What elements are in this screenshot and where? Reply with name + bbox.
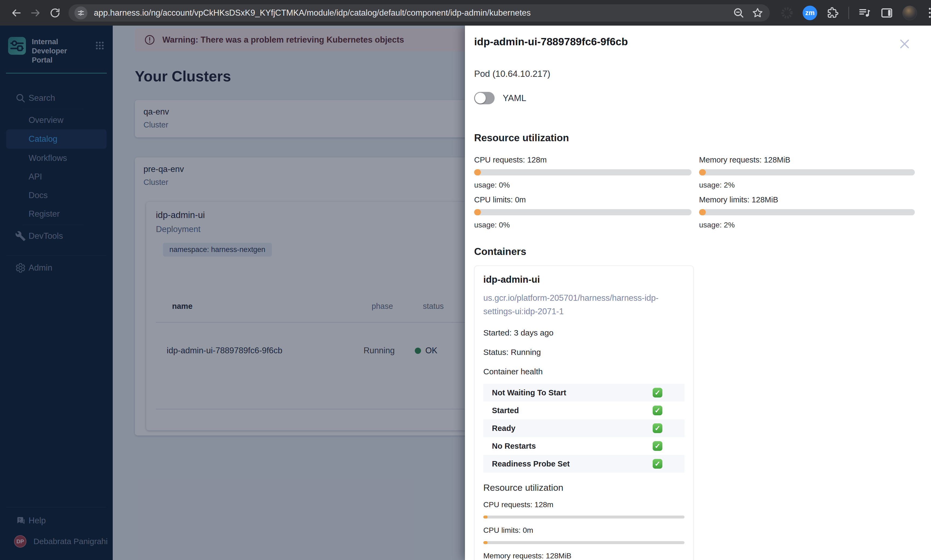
containers-heading: Containers xyxy=(474,246,915,257)
health-row: Started ✓ xyxy=(483,402,684,419)
meter-cpu-limits: CPU limits: 0m usage: 0% xyxy=(474,195,692,235)
health-row: Not Waiting To Start ✓ xyxy=(483,384,684,402)
browser-menu-kebab-icon[interactable] xyxy=(926,8,931,18)
browser-toolbar: app.harness.io/ng/account/vpCkHKsDSxK9_K… xyxy=(0,0,931,26)
container-name: idp-admin-ui xyxy=(483,274,684,285)
close-icon[interactable] xyxy=(897,36,912,51)
reload-icon xyxy=(49,7,61,19)
check-icon: ✓ xyxy=(653,423,662,433)
spinner-extension-icon[interactable] xyxy=(780,6,794,19)
pod-subtitle: Pod (10.64.10.217) xyxy=(474,69,915,79)
container-health-list: Not Waiting To Start ✓ Started ✓ Ready ✓… xyxy=(483,384,684,473)
drawer-title: idp-admin-ui-7889789fc6-9f6cb xyxy=(474,36,628,48)
meter-memory-limits: Memory limits: 128MiB usage: 2% xyxy=(699,195,915,235)
browser-extensions-area: zm xyxy=(780,6,931,20)
container-image: us.gcr.io/platform-205701/harness/harnes… xyxy=(483,291,680,318)
progress-bar xyxy=(699,169,915,175)
media-playlist-icon[interactable] xyxy=(858,6,871,19)
yaml-toggle-switch[interactable] xyxy=(474,92,495,104)
address-bar[interactable]: app.harness.io/ng/account/vpCkHKsDSxK9_K… xyxy=(68,4,770,22)
container-status: Status: Running xyxy=(483,348,684,357)
container-health-heading: Container health xyxy=(483,367,684,376)
check-icon: ✓ xyxy=(653,388,662,397)
meter-cpu-requests: CPU requests: 128m usage: 0% xyxy=(474,155,692,195)
health-row: No Restarts ✓ xyxy=(483,437,684,455)
extensions-puzzle-icon[interactable] xyxy=(826,6,839,19)
container-resource-utilization-heading: Resource utilization xyxy=(483,482,684,493)
browser-back-button[interactable] xyxy=(6,3,26,23)
side-panel-icon[interactable] xyxy=(880,6,893,19)
browser-forward-button[interactable] xyxy=(26,3,45,23)
progress-bar xyxy=(483,541,684,544)
browser-profile-avatar[interactable] xyxy=(902,6,917,20)
site-settings-icon[interactable] xyxy=(74,6,87,19)
toggle-knob xyxy=(475,93,486,103)
health-row: Readiness Probe Set ✓ xyxy=(483,455,684,473)
drawer-header: idp-admin-ui-7889789fc6-9f6cb xyxy=(474,36,915,51)
back-arrow-icon xyxy=(10,7,22,19)
container-meter-memory-requests: Memory requests: 128MiB xyxy=(483,552,684,560)
progress-bar xyxy=(474,169,692,175)
progress-bar xyxy=(699,209,915,215)
health-row: Ready ✓ xyxy=(483,419,684,437)
check-icon: ✓ xyxy=(653,459,662,469)
pod-details-drawer: idp-admin-ui-7889789fc6-9f6cb Pod (10.64… xyxy=(465,26,931,560)
browser-reload-button[interactable] xyxy=(45,3,65,23)
check-icon: ✓ xyxy=(653,406,662,415)
modal-backdrop[interactable] xyxy=(0,26,465,560)
container-meter-cpu-limits: CPU limits: 0m xyxy=(483,526,684,544)
progress-bar xyxy=(483,515,684,518)
container-meter-cpu-requests: CPU requests: 128m xyxy=(483,500,684,518)
zoom-search-icon[interactable] xyxy=(732,7,745,19)
resource-utilization-heading: Resource utilization xyxy=(474,132,915,144)
progress-bar xyxy=(474,209,692,215)
resource-utilization-grid: CPU requests: 128m usage: 0% Memory requ… xyxy=(474,155,915,235)
zoom-extension-icon[interactable]: zm xyxy=(803,6,817,20)
toolbar-separator xyxy=(848,7,849,19)
yaml-toggle-row: YAML xyxy=(474,92,915,104)
url-text[interactable]: app.harness.io/ng/account/vpCkHKsDSxK9_K… xyxy=(94,8,726,18)
bookmark-star-icon[interactable] xyxy=(751,7,764,19)
meter-memory-requests: Memory requests: 128MiB usage: 2% xyxy=(699,155,915,195)
container-started: Started: 3 days ago xyxy=(483,328,684,337)
yaml-toggle-label: YAML xyxy=(503,93,526,103)
container-card: idp-admin-ui us.gcr.io/platform-205701/h… xyxy=(474,265,694,560)
forward-arrow-icon xyxy=(30,7,42,19)
check-icon: ✓ xyxy=(653,441,662,451)
